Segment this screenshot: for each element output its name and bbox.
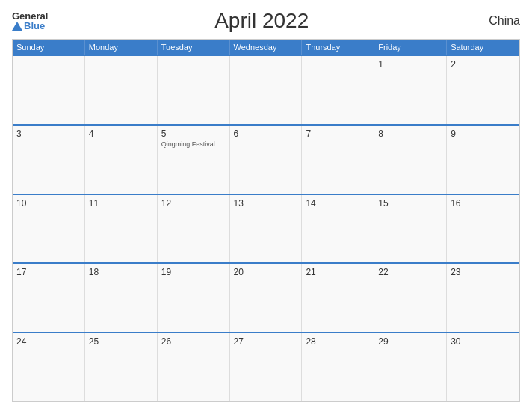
day-cell-apr9: 9 [447,126,519,194]
day-num-21: 21 [306,267,370,277]
day-cell-apr6: 6 [230,126,303,194]
calendar-title: April 2022 [48,9,475,33]
week-row-5: 24 25 26 27 28 29 30 [13,332,519,401]
day-cell-apr22: 22 [374,264,447,332]
day-num-8: 8 [378,129,442,139]
calendar: Sunday Monday Tuesday Wednesday Thursday… [12,39,520,402]
day-cell-apr28: 28 [302,333,374,401]
logo-triangle-icon [12,22,22,31]
week-row-3: 10 11 12 13 14 15 16 [13,194,519,263]
day-num-9: 9 [451,129,516,139]
day-num-23: 23 [451,267,516,277]
day-num-26: 26 [161,336,226,347]
week-row-2: 3 4 5 Qingming Festival 6 7 8 [13,124,519,194]
day-cell-apr27: 27 [230,333,303,401]
header-sunday: Sunday [13,40,85,55]
day-num-5: 5 [161,129,226,139]
day-num-20: 20 [234,267,298,277]
day-num-11: 11 [89,198,153,208]
day-cell-apr12: 12 [158,195,230,263]
day-cell-apr24: 24 [13,333,85,401]
day-cell-apr3: 3 [13,126,85,194]
page: General Blue April 2022 China Sunday Mon… [0,0,532,411]
day-cell-apr15: 15 [374,195,447,263]
day-num-24: 24 [16,336,81,347]
header-tuesday: Tuesday [158,40,230,55]
day-cell-apr19: 19 [158,264,230,332]
header: General Blue April 2022 China [12,9,520,33]
day-cell-apr11: 11 [85,195,158,263]
day-num-7: 7 [306,129,370,139]
day-cell-apr23: 23 [447,264,519,332]
day-cell-apr2: 2 [447,56,519,124]
day-cell-apr20: 20 [230,264,303,332]
day-cell-apr1: 1 [374,56,447,124]
day-cell-w1-wed [230,56,303,124]
day-cell-w1-thu [302,56,374,124]
day-num-12: 12 [161,198,226,208]
day-num-27: 27 [234,336,298,347]
day-cell-apr26: 26 [158,333,230,401]
header-thursday: Thursday [302,40,374,55]
day-num-4: 4 [89,129,153,139]
header-wednesday: Wednesday [230,40,303,55]
week-row-4: 17 18 19 20 21 22 23 [13,262,519,332]
day-cell-apr17: 17 [13,264,85,332]
day-num-30: 30 [451,336,516,347]
day-cell-apr7: 7 [302,126,374,194]
day-num-19: 19 [161,267,226,277]
day-num-22: 22 [378,267,442,277]
day-cell-apr18: 18 [85,264,158,332]
header-monday: Monday [85,40,158,55]
country-label: China [475,14,520,28]
day-num-1: 1 [378,59,442,69]
day-cell-apr21: 21 [302,264,374,332]
logo: General Blue [12,11,48,31]
day-headers-row: Sunday Monday Tuesday Wednesday Thursday… [13,40,519,55]
day-cell-apr29: 29 [374,333,447,401]
day-num-14: 14 [306,198,370,208]
day-cell-apr30: 30 [447,333,519,401]
day-cell-apr4: 4 [85,126,158,194]
day-num-2: 2 [451,59,516,69]
day-cell-apr5: 5 Qingming Festival [158,126,230,194]
day-cell-apr16: 16 [447,195,519,263]
day-num-6: 6 [234,129,298,139]
week-row-1: 1 2 [13,55,519,124]
day-cell-apr14: 14 [302,195,374,263]
day-num-3: 3 [16,129,81,139]
day-cell-w1-mon [85,56,158,124]
logo-blue-text: Blue [24,21,45,31]
day-cell-w1-tue [158,56,230,124]
header-saturday: Saturday [447,40,519,55]
day-cell-apr13: 13 [230,195,303,263]
header-friday: Friday [374,40,447,55]
day-num-17: 17 [16,267,81,277]
event-qingming: Qingming Festival [161,140,226,149]
day-num-29: 29 [378,336,442,347]
day-num-15: 15 [378,198,442,208]
day-cell-apr10: 10 [13,195,85,263]
day-num-25: 25 [89,336,153,347]
day-cell-apr8: 8 [374,126,447,194]
day-num-16: 16 [451,198,516,208]
day-num-13: 13 [234,198,298,208]
day-num-10: 10 [16,198,81,208]
day-cell-w1-sun [13,56,85,124]
logo-blue-container: Blue [12,21,45,31]
weeks-container: 1 2 3 4 5 Qingming Festival [13,55,519,401]
day-num-18: 18 [89,267,153,277]
day-num-28: 28 [306,336,370,347]
day-cell-apr25: 25 [85,333,158,401]
